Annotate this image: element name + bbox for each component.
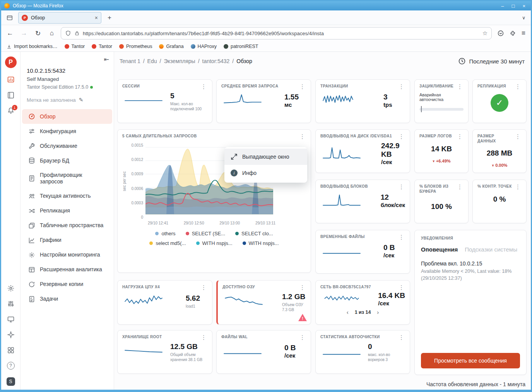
menu-item-info[interactable]: i Инфо bbox=[224, 165, 307, 181]
next-page-icon[interactable]: › bbox=[377, 309, 379, 315]
menu-item-popup-window[interactable]: Выпадающее окно bbox=[224, 149, 307, 165]
card-menu-icon[interactable]: ⋮ bbox=[299, 334, 306, 340]
minimize-button[interactable]: – bbox=[501, 3, 504, 9]
card-menu-icon[interactable]: ⋮ bbox=[398, 84, 405, 89]
display-icon[interactable] bbox=[7, 315, 15, 323]
legend-item[interactable]: WITH nspjs... bbox=[243, 240, 279, 246]
sidebar-item-overview[interactable]: Обзор bbox=[22, 109, 112, 124]
pocket-icon[interactable] bbox=[497, 30, 504, 37]
sidebar-item-query-profiler[interactable]: Профилировщик запросов bbox=[22, 168, 112, 189]
database-icon bbox=[28, 157, 35, 164]
card-buffer-hit: % БЛОКОВ ИЗ БУФЕРА⋮ 100 % bbox=[414, 180, 469, 223]
bookmark-tantor-2[interactable]: Tantor bbox=[92, 44, 112, 49]
legend-item[interactable]: SELECT clo... bbox=[235, 231, 273, 236]
firefox-view-icon[interactable] bbox=[4, 12, 15, 23]
shield-icon[interactable] bbox=[65, 30, 71, 36]
card-menu-icon[interactable]: ⋮ bbox=[456, 134, 464, 139]
tab-active[interactable]: P Обзор × bbox=[18, 12, 101, 24]
bookmark-haproxy[interactable]: HAProxy bbox=[191, 44, 217, 49]
card-menu-icon[interactable]: ⋮ bbox=[398, 184, 405, 190]
view-all-messages-button[interactable]: Просмотреть все сообщения bbox=[421, 353, 520, 368]
edition-label: Tantor Special Edition 17.5.0 bbox=[27, 84, 108, 90]
home-button[interactable]: ⌂ bbox=[47, 29, 57, 37]
sidebar-item-advanced-analytics[interactable]: Расширенная аналитика bbox=[22, 262, 112, 277]
tab-alerts[interactable]: Оповещения bbox=[421, 246, 458, 253]
time-range-selector[interactable]: Последние 30 минут bbox=[458, 57, 525, 65]
bookmark-grafana[interactable]: Grafana bbox=[159, 44, 183, 49]
docs-icon[interactable] bbox=[7, 91, 15, 99]
card-autovacuum: СТАТИСТИКА АВТООЧИСТКИ⋮ 0макс. кол-во во… bbox=[315, 330, 410, 374]
breadcrumb-instances[interactable]: Экземпляры bbox=[164, 58, 195, 64]
sidebar-item-configuration[interactable]: Конфигурация bbox=[22, 124, 112, 139]
instances-icon[interactable] bbox=[7, 76, 15, 84]
legend-item[interactable]: SELECT (SE... bbox=[186, 231, 225, 236]
sidebar-item-graphs[interactable]: Графики bbox=[22, 233, 112, 248]
card-menu-icon[interactable]: ⋮ bbox=[299, 134, 306, 139]
bookmark-patronirest[interactable]: patroniREST bbox=[224, 44, 258, 49]
filters-icon[interactable] bbox=[7, 300, 15, 308]
card-menu-icon[interactable]: ⋮ bbox=[398, 134, 405, 139]
sidebar-item-maintenance[interactable]: Обслуживание bbox=[22, 139, 112, 153]
sidebar-item-monitoring-settings[interactable]: Настройки мониторинга bbox=[22, 248, 112, 262]
firefox-icon bbox=[4, 3, 10, 9]
reload-button[interactable]: ↻ bbox=[33, 29, 43, 38]
new-tab-button[interactable]: + bbox=[104, 13, 115, 23]
card-menu-icon[interactable]: ⋮ bbox=[200, 284, 207, 290]
edit-pencil-icon[interactable]: ✎ bbox=[79, 97, 84, 103]
breadcrumb-workspace[interactable]: Edu bbox=[147, 58, 157, 64]
maximize-button[interactable]: □ bbox=[512, 3, 515, 9]
card-menu-icon[interactable]: ⋮ bbox=[514, 184, 522, 190]
tantor-logo[interactable]: P bbox=[5, 56, 17, 68]
menu-icon[interactable]: ≡ bbox=[522, 29, 525, 37]
card-menu-icon[interactable]: ⋮ bbox=[200, 334, 207, 340]
bookmark-tantor-1[interactable]: Tantor bbox=[65, 44, 85, 49]
sidebar-item-current-activity[interactable]: Текущая активность bbox=[22, 189, 112, 204]
apps-grid-icon[interactable] bbox=[7, 346, 15, 354]
info-icon: i bbox=[231, 169, 238, 176]
card-menu-icon[interactable]: ⋮ bbox=[398, 334, 405, 340]
card-menu-icon[interactable]: ⋮ bbox=[514, 134, 522, 139]
legend-item[interactable]: others bbox=[155, 231, 175, 236]
card-menu-icon[interactable]: ⋮ bbox=[200, 84, 207, 89]
forward-button[interactable]: → bbox=[19, 29, 29, 37]
card-menu-icon[interactable]: ⋮ bbox=[456, 84, 464, 89]
network-sparkline bbox=[320, 291, 364, 307]
sidebar-item-backups[interactable]: Резервные копии bbox=[22, 277, 112, 292]
card-menu-icon[interactable]: ⋮ bbox=[299, 84, 306, 89]
back-button[interactable]: ← bbox=[5, 29, 15, 37]
close-button[interactable]: × bbox=[522, 3, 525, 9]
settings-gear-icon[interactable] bbox=[7, 284, 15, 292]
bookmark-import[interactable]: Import bookmarks… bbox=[7, 44, 58, 49]
card-menu-icon[interactable]: ⋮ bbox=[398, 234, 405, 240]
tab-system-hints[interactable]: Подсказки системы bbox=[465, 246, 517, 253]
card-menu-icon[interactable]: ⋮ bbox=[398, 284, 405, 290]
url-bar[interactable]: https://education.tantorlabs.ru/platform… bbox=[61, 27, 492, 39]
haproxy-favicon bbox=[191, 44, 195, 49]
sidebar-item-tasks[interactable]: Задачи bbox=[22, 292, 112, 306]
legend-item[interactable]: WITH nspjs... bbox=[196, 240, 233, 246]
card-menu-icon[interactable]: ⋮ bbox=[456, 184, 464, 190]
bookmark-star-icon[interactable]: ☆ bbox=[482, 30, 488, 37]
breadcrumb-instance[interactable]: tantor:5432 bbox=[202, 58, 230, 64]
sidebar-item-tablespaces[interactable]: Табличные пространства bbox=[22, 218, 112, 233]
card-block-io: ВВОД/ВЫВОД БЛОКОВ⋮ 12блок/сек bbox=[315, 180, 410, 223]
sidebar-collapse-icon[interactable]: ⇤ bbox=[104, 56, 109, 63]
card-data-size: РАЗМЕР ДАННЫХ⋮ 288 MB ∨0.00% bbox=[472, 129, 527, 173]
bell-icon[interactable]: 1 bbox=[7, 107, 15, 115]
lock-icon[interactable] bbox=[74, 31, 80, 36]
sidebar-item-replication[interactable]: Репликация bbox=[22, 204, 112, 218]
sparkle-ai-icon[interactable] bbox=[7, 331, 15, 339]
list-tabs-chevron-icon[interactable]: ∨ bbox=[522, 15, 528, 21]
prev-page-icon[interactable]: ‹ bbox=[347, 309, 349, 315]
help-icon[interactable]: ? bbox=[7, 362, 15, 370]
bookmark-prometheus[interactable]: Prometheus bbox=[119, 44, 152, 49]
breadcrumb-tenant[interactable]: Tenant 1 bbox=[120, 58, 140, 64]
notification-badge: 1 bbox=[12, 105, 17, 110]
legend-item[interactable]: select md5(... bbox=[149, 240, 186, 246]
extensions-icon[interactable] bbox=[510, 30, 516, 37]
card-menu-icon[interactable]: ⋮ bbox=[299, 284, 306, 290]
sidebar-item-db-browser[interactable]: Браузер БД bbox=[22, 153, 112, 168]
card-menu-icon[interactable]: ⋮ bbox=[514, 84, 522, 89]
tab-close-icon[interactable]: × bbox=[95, 15, 98, 21]
user-avatar[interactable]: S bbox=[7, 377, 15, 386]
